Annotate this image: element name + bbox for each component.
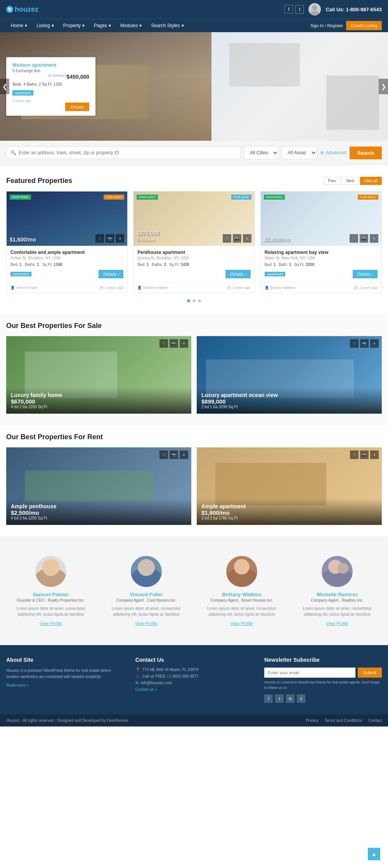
create-listing-button[interactable]: Create Listing [346,21,382,30]
footer-linkedin-icon[interactable]: li [297,694,305,703]
footer-twitter-icon[interactable]: t [275,694,284,703]
rent-card-1[interactable]: ♡ 📷 + Ample penthouse $2,500/mo 4 bd 2 b… [6,447,191,525]
phone-icon: 📞 [135,674,140,678]
featured-prev-btn[interactable]: Prev [324,177,341,185]
featured-details-btn-1[interactable]: Details › [99,270,123,278]
footer-instagram-icon[interactable]: in [286,694,294,703]
featured-badge-type-1: FOR RENT [104,195,124,200]
logo-text: houzez [15,5,38,14]
featured-icons-3: ♡ 📷 + [350,234,378,243]
sale-card-1-icons: ♡ 📷 + [159,339,188,348]
featured-details-btn-2[interactable]: Details › [225,270,250,278]
footer-privacy-link[interactable]: Privacy [306,718,319,723]
best-rent-section: Our Best Properties For Rent ♡ 📷 + Ample… [0,425,388,537]
rent-card-2[interactable]: ♡ 📷 + Ample apartment $1,900/mo 2 bd 2 b… [197,447,382,525]
rent-add-2[interactable]: + [370,450,379,459]
agent-icon-3: 👤 [265,286,269,290]
facebook-icon[interactable]: f [284,5,293,14]
rent-add-1[interactable]: + [180,450,188,459]
agents-section: Samuel Palmer Founder & CEO , Realty Pro… [0,537,388,645]
rent-cam-2[interactable]: 📷 [360,450,369,459]
sale-price-1: $670,000 [11,398,187,405]
featured-card-1: FEATURED FOR RENT $1,600/mo ♡ 📷 + Confor… [6,191,128,293]
nav-modules[interactable]: Modules ▾ [116,19,146,32]
add-icon-3[interactable]: + [370,234,378,243]
featured-card-2-image: FEATURED FOR SALE $876,000 $7,400/sq ft … [133,192,254,246]
hero-details-button[interactable]: Details [65,103,89,111]
svg-rect-12 [226,577,257,587]
footer-contact-link[interactable]: Contact us » [135,687,253,692]
footer-terms-link[interactable]: Terms and Conditions [325,718,362,723]
rent-fav-2[interactable]: ♡ [350,450,359,459]
agent-profile-btn-3[interactable]: View Profile [201,621,282,626]
sale-card-2[interactable]: ♡ 📷 + Luxury apartment ocean view $899,0… [197,336,382,414]
featured-details-btn-3[interactable]: Details › [353,270,378,278]
svg-rect-16 [322,577,353,587]
social-icons: f t [284,5,304,14]
search-button[interactable]: Search [350,147,382,159]
featured-viewall-btn[interactable]: View all [360,177,382,185]
area-select[interactable]: All Areas [282,146,317,159]
sale-card-2-icons: ♡ 📷 + [350,339,379,348]
nav-property[interactable]: Property ▾ [59,19,89,32]
nav-pages[interactable]: Pages ▾ [89,19,116,32]
advanced-search-toggle[interactable]: ⊕ Advanced [320,150,346,155]
agent-icon-2: 👤 [137,286,142,290]
favorite-icon-3[interactable]: ♡ [350,234,358,243]
add-icon-2[interactable]: + [243,234,251,243]
city-select[interactable]: All Cities [244,146,279,159]
featured-addr-3: Water St, New York, NY, USA [265,256,378,260]
camera-icon-2[interactable]: 📷 [233,234,241,243]
footer-read-more[interactable]: Read more » [6,683,124,687]
hero-card-price: $450,000 [67,74,89,80]
twitter-icon[interactable]: t [295,5,304,14]
newsletter-input[interactable] [264,668,355,678]
dot-1[interactable] [187,299,190,302]
sale-add-2[interactable]: + [370,339,379,348]
featured-nav: Prev Next View all [324,177,382,185]
agent-profile-btn-4[interactable]: View Profile [296,621,378,626]
hero-card-address: 5 Exchange Ave [12,69,89,73]
nav-home[interactable]: Home ▾ [6,19,32,32]
featured-footer-2: 👤 Brittany Watkins 🕐 2 years ago [133,282,254,293]
newsletter-submit-btn[interactable]: Submit [358,668,382,678]
dot-2[interactable] [192,299,196,302]
main-nav: Home ▾ Listing ▾ Property ▾ Pages ▾ Modu… [0,19,388,32]
featured-next-btn[interactable]: Next [342,177,359,185]
featured-agent-2: 👤 Brittany Watkins [137,286,168,290]
agent-profile-btn-2[interactable]: View Profile [106,621,187,626]
footer-grid: About Site Houzez is a premium WordPress… [6,657,382,703]
sale-cam-2[interactable]: 📷 [360,339,369,348]
sale-fav-1[interactable]: ♡ [159,339,168,348]
best-rent-title: Our Best Properties For Rent [6,433,382,441]
agent-profile-btn-1[interactable]: View Profile [10,621,92,626]
hero-next-arrow[interactable]: ❯ [379,79,388,94]
signin-button[interactable]: Sign In / Register [310,23,343,28]
camera-icon-1[interactable]: 📷 [106,234,114,243]
hero-prev-arrow[interactable]: ❮ [0,79,9,94]
sale-fav-2[interactable]: ♡ [350,339,359,348]
rent-cam-1[interactable]: 📷 [170,450,178,459]
rent-fav-1[interactable]: ♡ [159,450,168,459]
clock-icon-1: 🕐 [99,286,104,290]
sale-card-1[interactable]: ♡ 📷 + Luxury family home $670,000 4 bd 2… [6,336,191,414]
nav-listing[interactable]: Listing ▾ [32,19,59,32]
footer-about-title: About Site [6,657,124,663]
rent-card-1-trees [25,471,154,502]
nav-search-styles[interactable]: Search Styles ▾ [146,19,188,32]
search-input[interactable] [19,147,237,159]
footer-contact-page-link[interactable]: Contact [369,718,382,723]
svg-point-2 [312,5,317,10]
sale-add-1[interactable]: + [180,339,188,348]
sale-cam-1[interactable]: 📷 [170,339,178,348]
featured-price-3: $2,800/mo [264,236,290,243]
favorite-icon-1[interactable]: ♡ [95,234,104,243]
favorite-icon-2[interactable]: ♡ [223,234,231,243]
camera-icon-3[interactable]: 📷 [360,234,368,243]
svg-rect-9 [131,577,162,587]
footer-facebook-icon[interactable]: f [264,694,273,703]
add-icon-1[interactable]: + [116,234,124,243]
featured-name-2: Penthouse apartment [137,250,250,255]
user-avatar[interactable] [308,3,321,16]
dot-3[interactable] [198,299,201,302]
